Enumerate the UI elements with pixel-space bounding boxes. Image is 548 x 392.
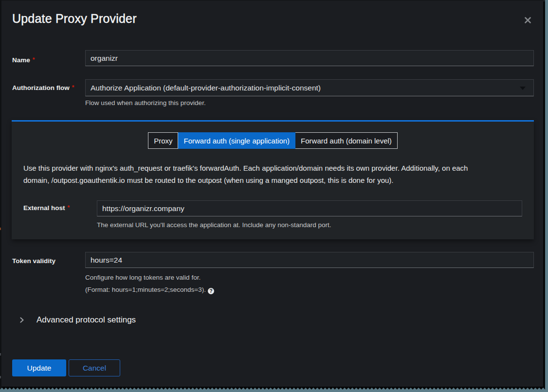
required-asterisk: * xyxy=(33,56,35,63)
external-host-input[interactable] xyxy=(97,200,522,216)
forward-auth-description: Use this provider with nginx's auth_requ… xyxy=(23,162,483,186)
authorization-flow-value: Authorize Application (default-provider-… xyxy=(91,84,321,92)
proxy-mode-toggle-group: Proxy Forward auth (single application) … xyxy=(12,132,534,149)
token-validity-label: Token validity xyxy=(12,257,84,265)
modal-title: Update Proxy Provider xyxy=(12,12,137,26)
caret-down-icon xyxy=(520,87,526,90)
tab-proxy[interactable]: Proxy xyxy=(148,132,178,149)
token-validity-help: Configure how long tokens are valid for. xyxy=(85,274,201,281)
required-asterisk: * xyxy=(68,204,70,211)
backdrop-artifact xyxy=(0,228,1,230)
backdrop-left-edge xyxy=(0,0,1,392)
update-button[interactable]: Update xyxy=(12,359,66,376)
tab-forward-auth-single[interactable]: Forward auth (single application) xyxy=(178,132,295,149)
token-validity-input[interactable] xyxy=(85,252,534,268)
chevron-right-icon xyxy=(19,317,25,323)
backdrop-artifact xyxy=(0,353,1,356)
tab-forward-auth-domain[interactable]: Forward auth (domain level) xyxy=(295,132,398,149)
frame-right-edge xyxy=(545,0,548,392)
external-host-label: External host* xyxy=(23,204,95,212)
authorization-flow-select[interactable]: Authorize Application (default-provider-… xyxy=(85,79,534,96)
token-validity-format-help: (Format: hours=1;minutes=2;seconds=3).? xyxy=(85,286,214,294)
cancel-button[interactable]: Cancel xyxy=(69,359,120,376)
close-icon xyxy=(525,17,531,23)
name-label: Name* xyxy=(12,56,84,64)
advanced-protocol-settings-expander[interactable]: Advanced protocol settings xyxy=(12,314,136,326)
name-input[interactable] xyxy=(85,50,534,66)
question-circle-icon[interactable]: ? xyxy=(208,288,214,294)
external-host-help: The external URL you'll access the appli… xyxy=(97,221,331,229)
advanced-protocol-settings-label: Advanced protocol settings xyxy=(37,315,136,325)
required-asterisk: * xyxy=(72,84,74,91)
authorization-flow-label: Authorization flow* xyxy=(12,84,84,91)
close-button[interactable] xyxy=(522,15,533,25)
backdrop-top-edge xyxy=(1,0,544,1)
provider-mode-card: Proxy Forward auth (single application) … xyxy=(12,120,534,239)
authorization-flow-help: Flow used when authorizing this provider… xyxy=(85,99,206,107)
backdrop-artifact xyxy=(0,376,1,378)
